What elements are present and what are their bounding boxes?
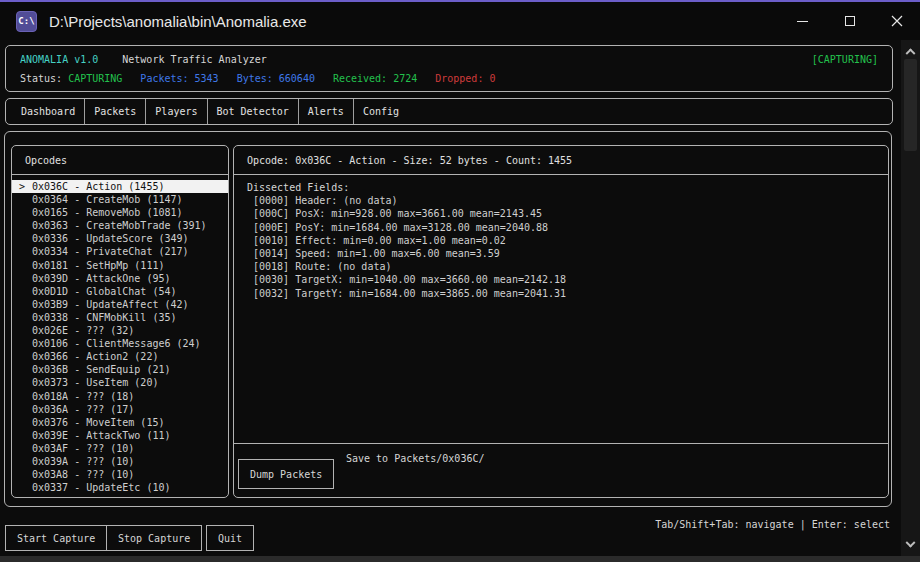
field-row: [0030] TargetX: min=1040.00 max=3660.00 …	[234, 273, 888, 286]
dissected-fields-heading: Dissected Fields:	[234, 181, 888, 194]
dropped-field: Dropped: 0	[435, 72, 495, 85]
opcode-list-item[interactable]: 0x039D - AttackOne (95)	[12, 272, 228, 285]
tab-packets[interactable]: Packets	[85, 99, 145, 124]
opcode-list-item[interactable]: 0x036B - SendEquip (21)	[12, 363, 228, 376]
opcode-list-item[interactable]: 0x0373 - UseItem (20)	[12, 376, 228, 389]
console-scrollbar[interactable]	[901, 40, 920, 556]
packets-field: Packets: 5343	[140, 72, 218, 85]
window-controls	[779, 2, 920, 40]
opcode-list-item[interactable]: 0x018A - ??? (18)	[12, 390, 228, 403]
opcode-detail-title: Opcode: 0x036C - Action - Size: 52 bytes…	[234, 146, 888, 175]
console-viewport: ANOMALIA v1.0 Network Traffic Analyzer […	[0, 40, 920, 556]
status-line: Status: CAPTURING Packets: 5343 Bytes: 6…	[20, 72, 878, 85]
save-path-label: Save to Packets/0x036C/	[346, 453, 484, 464]
tab-config[interactable]: Config	[354, 99, 408, 124]
received-field: Received: 2724	[333, 72, 417, 85]
field-row: [0010] Effect: min=0.00 max=1.00 mean=0.…	[234, 234, 888, 247]
opcode-list-item[interactable]: 0x0338 - CNFMobKill (35)	[12, 311, 228, 324]
selection-marker: >	[19, 180, 25, 193]
start-capture-button[interactable]: Start Capture	[5, 525, 107, 551]
window-accent-border	[0, 0, 920, 2]
opcode-list-item[interactable]: 0x039E - AttackTwo (11)	[12, 429, 228, 442]
opcode-list-item[interactable]: 0x0336 - UpdateScore (349)	[12, 232, 228, 245]
field-row: [0018] Route: (no data)	[234, 260, 888, 273]
packets-tab-content: Opcodes >0x036C - Action (1455) 0x0364 -…	[4, 131, 892, 507]
opcode-list-item[interactable]: >0x036C - Action (1455)	[12, 180, 228, 193]
minimize-icon	[797, 21, 808, 22]
quit-button[interactable]: Quit	[206, 525, 254, 551]
close-button[interactable]	[873, 2, 920, 40]
chevron-down-icon	[906, 538, 916, 548]
field-row: [0032] TargetY: min=1684.00 max=3865.00 …	[234, 287, 888, 300]
console-icon: C:\	[16, 11, 37, 32]
opcode-list-item[interactable]: 0x039A - ??? (10)	[12, 455, 228, 468]
opcodes-list: >0x036C - Action (1455) 0x0364 - CreateM…	[12, 175, 228, 494]
chevron-up-icon	[906, 48, 916, 58]
opcode-list-item[interactable]: 0x0337 - UpdateEtc (10)	[12, 481, 228, 494]
scroll-up-button[interactable]	[901, 42, 920, 59]
window-title: D:\Projects\anomalia\bin\Anomalia.exe	[49, 13, 307, 30]
app-subtitle: Network Traffic Analyzer	[122, 53, 267, 66]
tab-bar: Dashboard Packets Players Bot Detector A…	[5, 98, 893, 125]
opcode-list-item[interactable]: 0x0106 - ClientMessage6 (24)	[12, 337, 228, 350]
dissected-fields: Dissected Fields: [0000] Header: (no dat…	[234, 175, 888, 300]
minimize-button[interactable]	[779, 2, 826, 40]
opcode-list-item[interactable]: 0x03AF - ??? (10)	[12, 442, 228, 455]
stop-capture-button[interactable]: Stop Capture	[106, 525, 202, 551]
opcode-list-item[interactable]: 0x03A8 - ??? (10)	[12, 468, 228, 481]
tab-bot-detector[interactable]: Bot Detector	[208, 99, 298, 124]
detail-panel-footer: Dump Packets Save to Packets/0x036C/	[234, 443, 888, 497]
opcode-list-item[interactable]: 0x0D1D - GlobalChat (54)	[12, 285, 228, 298]
scrollbar-thumb[interactable]	[904, 59, 917, 151]
scroll-down-button[interactable]	[901, 537, 920, 554]
titlebar: C:\ D:\Projects\anomalia\bin\Anomalia.ex…	[0, 2, 920, 40]
status-field: Status: CAPTURING	[20, 72, 122, 85]
maximize-icon	[845, 16, 855, 26]
tab-dashboard[interactable]: Dashboard	[12, 99, 84, 124]
opcode-list-item[interactable]: 0x0376 - MoveItem (15)	[12, 416, 228, 429]
status-header-panel: ANOMALIA v1.0 Network Traffic Analyzer […	[5, 45, 893, 92]
field-row: [000C] PosX: min=928.00 max=3661.00 mean…	[234, 207, 888, 220]
field-row: [000E] PosY: min=1684.00 max=3128.00 mea…	[234, 221, 888, 234]
opcode-detail-panel: Opcode: 0x036C - Action - Size: 52 bytes…	[233, 145, 889, 498]
tab-alerts[interactable]: Alerts	[299, 99, 353, 124]
console-icon-glyph: C:\	[18, 17, 34, 26]
opcode-list-item[interactable]: 0x0181 - SetHpMp (111)	[12, 259, 228, 272]
opcode-list-item[interactable]: 0x026E - ??? (32)	[12, 324, 228, 337]
opcodes-panel: Opcodes >0x036C - Action (1455) 0x0364 -…	[11, 145, 229, 498]
opcode-list-item[interactable]: 0x036A - ??? (17)	[12, 403, 228, 416]
capturing-badge: [CAPTURING]	[812, 53, 878, 66]
app-title-line: ANOMALIA v1.0 Network Traffic Analyzer […	[20, 53, 878, 66]
opcode-list-item[interactable]: 0x0165 - RemoveMob (1081)	[12, 206, 228, 219]
opcode-list-item[interactable]: 0x0334 - PrivateChat (217)	[12, 245, 228, 258]
field-row: [0000] Header: (no data)	[234, 194, 888, 207]
app-name: ANOMALIA v1.0	[20, 53, 98, 66]
opcode-list-item[interactable]: 0x0364 - CreateMob (1147)	[12, 193, 228, 206]
keyboard-hint: Tab/Shift+Tab: navigate | Enter: select	[655, 519, 890, 530]
close-icon	[891, 15, 903, 27]
opcode-list-item[interactable]: 0x0363 - CreateMobTrade (391)	[12, 219, 228, 232]
opcode-list-item[interactable]: 0x03B9 - UpdateAffect (42)	[12, 298, 228, 311]
field-row: [0014] Speed: min=1.00 max=6.00 mean=3.5…	[234, 247, 888, 260]
tab-players[interactable]: Players	[146, 99, 206, 124]
opcode-list-item[interactable]: 0x0366 - Action2 (22)	[12, 350, 228, 363]
opcodes-panel-title: Opcodes	[12, 146, 228, 175]
bytes-field: Bytes: 660640	[237, 72, 315, 85]
window-resize-edge	[0, 556, 920, 562]
dump-packets-button[interactable]: Dump Packets	[238, 459, 334, 489]
maximize-button[interactable]	[826, 2, 873, 40]
